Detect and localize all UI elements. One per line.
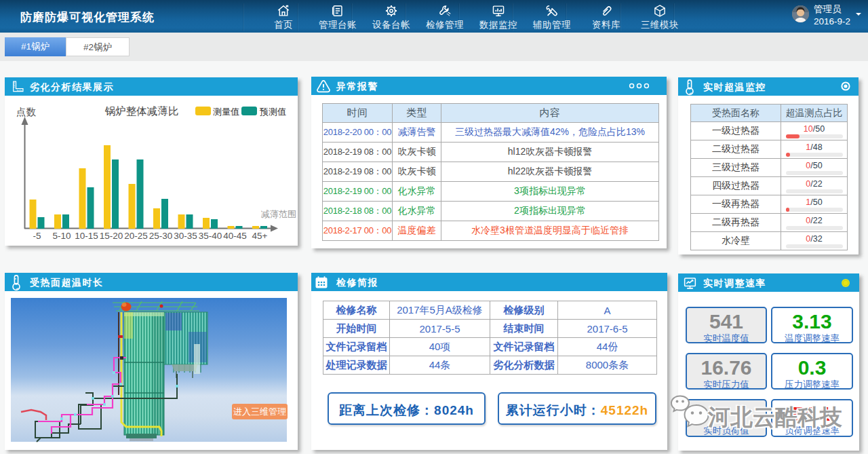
svg-text:预测值: 预测值 bbox=[259, 107, 286, 117]
svg-text:15-20: 15-20 bbox=[100, 231, 123, 241]
svg-text:25-30: 25-30 bbox=[149, 231, 173, 241]
svg-text:测量值: 测量值 bbox=[213, 107, 239, 117]
svg-text:锅炉整体减薄比: 锅炉整体减薄比 bbox=[104, 105, 179, 117]
svg-text:进入三维管理: 进入三维管理 bbox=[233, 406, 286, 417]
svg-text:5-10: 5-10 bbox=[52, 231, 71, 241]
svg-text:减薄范围: 减薄范围 bbox=[261, 209, 296, 219]
svg-text:-5: -5 bbox=[33, 231, 41, 241]
svg-text:30-35: 30-35 bbox=[174, 231, 197, 241]
svg-text:点数: 点数 bbox=[16, 107, 37, 117]
svg-text:45+: 45+ bbox=[252, 231, 268, 241]
svg-text:20-25: 20-25 bbox=[124, 231, 148, 241]
svg-text:35-40: 35-40 bbox=[199, 231, 222, 241]
svg-text:40-45: 40-45 bbox=[223, 231, 247, 241]
svg-text:10-15: 10-15 bbox=[75, 231, 98, 241]
